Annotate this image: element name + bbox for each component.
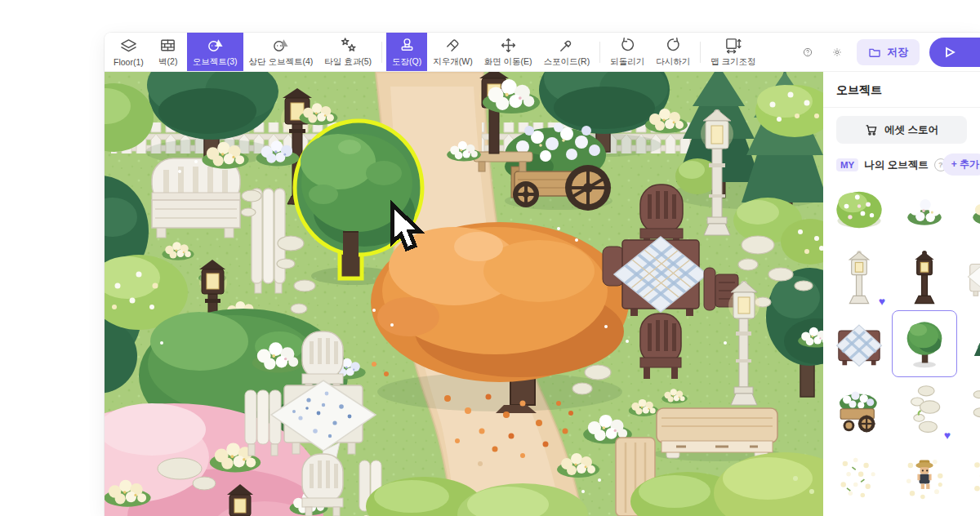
object-grid: ♥ — [826, 176, 980, 511]
tool-tile-effect[interactable]: 타일 효과(5) — [318, 33, 377, 71]
top-object-icon — [272, 37, 289, 54]
stones-thumb — [901, 384, 948, 438]
white-lamp-thumb — [836, 248, 882, 305]
my-objects-row: MY 나의 오브젝트 ? + 추가 — [836, 157, 967, 173]
tool-label: 타일 효과(5) — [324, 56, 372, 68]
tool-label: 맵 크기조정 — [710, 56, 755, 68]
tool-object[interactable]: 오브젝트(3) — [187, 33, 243, 71]
tool-pan[interactable]: 화면 이동(E) — [479, 33, 538, 71]
green-tree-thumb — [900, 318, 949, 370]
flower-cart-thumb — [833, 386, 885, 435]
object-panel: 오브젝트 에셋 스토어 MY 나의 오브젝트 ? + 추가 — [823, 72, 980, 516]
dark-lamp-thumb — [902, 248, 947, 305]
add-object-button[interactable]: + 추가 — [942, 153, 980, 176]
stars-icon — [340, 37, 357, 54]
tool-wall[interactable]: 벽(2) — [149, 33, 187, 71]
folder-icon — [868, 46, 881, 59]
eyedropper-icon — [558, 37, 575, 54]
tool-label: 다시하기 — [656, 56, 690, 68]
toolbar-divider — [381, 42, 382, 63]
object-item-brown-table-plaid[interactable] — [826, 310, 892, 377]
tool-eraser[interactable]: 지우개(W) — [427, 33, 478, 71]
dark-tree-thumb — [965, 318, 980, 370]
asset-store-button[interactable]: 에셋 스토어 — [836, 116, 967, 144]
object-item-dark-lamp-post[interactable] — [892, 243, 957, 310]
play-icon — [944, 47, 956, 58]
layers-icon — [120, 38, 137, 55]
object-item-flower-cart[interactable] — [826, 377, 892, 444]
map-scene — [105, 72, 823, 516]
object-item-cream-flowers[interactable] — [957, 176, 980, 243]
map-resize-icon — [724, 37, 742, 54]
tool-label: 상단 오브젝트(4) — [249, 56, 314, 68]
play-button[interactable] — [929, 38, 980, 67]
question-circle-icon — [803, 44, 813, 60]
tool-floor[interactable]: Floor(1) — [108, 33, 149, 71]
tool-label: 오브젝트(3) — [193, 56, 238, 68]
white-bench — [152, 158, 240, 238]
save-button[interactable]: 저장 — [857, 39, 920, 65]
save-label: 저장 — [887, 45, 908, 60]
my-badge: MY — [836, 158, 858, 171]
object-item-dark-green-tree[interactable] — [957, 310, 980, 377]
stones-small-thumb — [966, 384, 980, 438]
object-item-stepping-stones[interactable]: ♥ — [892, 377, 957, 444]
tool-label: 지우개(W) — [433, 56, 472, 68]
cream-flowers-thumb — [966, 186, 980, 234]
object-item-avatar-in-flowers[interactable] — [892, 444, 957, 511]
object-item-flower-patch[interactable] — [957, 444, 980, 511]
tool-undo[interactable]: 되돌리기 — [604, 33, 650, 71]
scattered-flowers-thumb — [835, 452, 884, 503]
object-item-white-table-cloth[interactable] — [957, 243, 980, 310]
my-objects-label: 나의 오브젝트 — [864, 158, 928, 172]
object-item-flowering-bush[interactable] — [826, 176, 892, 243]
flowering-bush-thumb — [834, 185, 884, 235]
stamp-icon — [399, 37, 416, 54]
object-item-scattered-flowers[interactable] — [826, 444, 892, 511]
eraser-icon — [444, 37, 461, 54]
favorite-heart-icon[interactable]: ♥ — [879, 296, 885, 307]
tool-stamp[interactable]: 도장(Q) — [386, 33, 427, 71]
white-table-thumb — [964, 251, 980, 302]
favorite-heart-icon[interactable]: ♥ — [944, 429, 951, 441]
gear-icon — [832, 44, 842, 60]
asset-store-label: 에셋 스토어 — [884, 123, 938, 137]
toolbar-divider — [700, 42, 701, 63]
object-icon — [207, 37, 224, 54]
settings-button[interactable] — [827, 42, 847, 62]
tool-redo[interactable]: 다시하기 — [650, 33, 696, 71]
toolbar-divider — [599, 42, 600, 63]
tool-eyedropper[interactable]: 스포이드(R) — [538, 33, 596, 71]
tool-label: 도장(Q) — [392, 56, 421, 68]
object-item-white-lamp-post[interactable]: ♥ — [826, 243, 892, 310]
map-editor-window: Floor(1) 벽(2) 오브젝트(3) 상단 오브젝트(4) 타일 효과(5… — [105, 33, 980, 516]
object-item-green-tree-selected[interactable] — [892, 310, 957, 377]
tool-label: Floor(1) — [114, 57, 144, 67]
wall-icon — [159, 37, 176, 54]
panel-title: 오브젝트 — [823, 72, 980, 108]
cart-icon — [865, 123, 878, 136]
stone — [158, 458, 202, 479]
stone — [193, 477, 216, 490]
white-flowers-thumb — [901, 186, 948, 234]
wooden-bench — [657, 408, 777, 458]
move-icon — [500, 37, 517, 54]
tool-label: 스포이드(R) — [544, 56, 590, 68]
map-canvas[interactable] — [105, 72, 823, 516]
toolbar-right-group: 저장 — [798, 33, 980, 71]
tool-label: 되돌리기 — [610, 56, 644, 68]
object-item-small-stones[interactable] — [957, 377, 980, 444]
undo-icon — [619, 37, 636, 54]
flower-patch-thumb — [966, 452, 980, 503]
tool-label: 화면 이동(E) — [484, 56, 532, 68]
toolbar: Floor(1) 벽(2) 오브젝트(3) 상단 오브젝트(4) 타일 효과(5… — [105, 33, 980, 72]
redo-icon — [665, 37, 682, 54]
object-item-white-flowers[interactable] — [892, 176, 957, 243]
brown-table-thumb — [833, 318, 885, 370]
help-button[interactable] — [798, 42, 817, 62]
tool-label: 벽(2) — [158, 56, 177, 68]
avatar-thumb — [900, 452, 949, 503]
tool-top-object[interactable]: 상단 오브젝트(4) — [243, 33, 319, 71]
tool-map-resize[interactable]: 맵 크기조정 — [705, 33, 761, 71]
